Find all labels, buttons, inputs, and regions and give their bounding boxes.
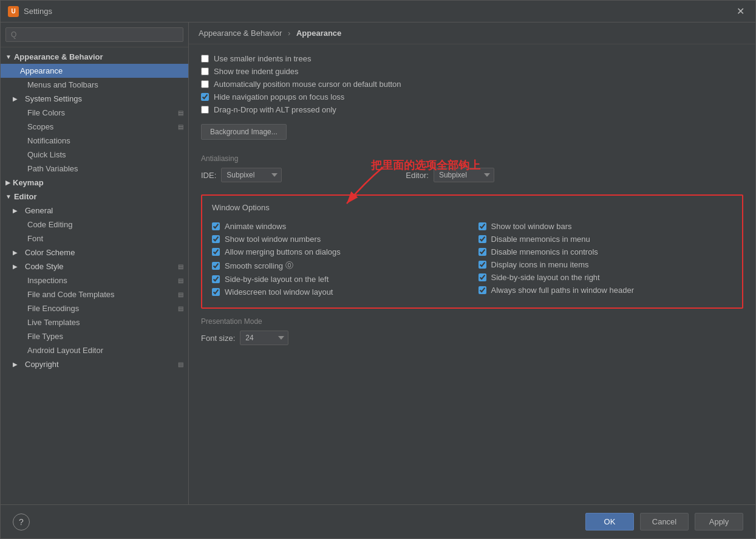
sidebar-item-color-scheme[interactable]: ▶ Color Scheme (1, 245, 188, 259)
checkbox-input[interactable] (212, 288, 220, 296)
checkbox-input[interactable] (478, 273, 486, 281)
checkbox-label: Show tool window numbers (225, 235, 321, 244)
checkbox-label: Smooth scrolling (225, 261, 283, 270)
checkbox-label: Allow merging buttons on dialogs (225, 247, 341, 256)
font-size-select[interactable]: 16 20 24 28 32 (240, 331, 288, 345)
sidebar-item-font[interactable]: Font (1, 232, 188, 245)
sidebar-item-label: Appearance (20, 66, 63, 75)
sidebar-item-scopes[interactable]: Scopes ▤ (1, 120, 188, 134)
sidebar-item-label: Android Layout Editor (27, 346, 103, 355)
sidebar-item-code-editing[interactable]: Code Editing (1, 218, 188, 232)
checkbox-label: Side-by-side layout on the left (225, 275, 329, 284)
background-image-btn[interactable]: Background Image... (201, 124, 287, 140)
sidebar-item-label: Menus and Toolbars (27, 80, 98, 89)
checkbox-input[interactable] (212, 275, 220, 283)
checkbox-disable-mnemonics-menu: Disable mnemonics in menu (478, 235, 733, 244)
sidebar-item-label: Inspections (27, 276, 67, 285)
checkbox-input[interactable] (201, 93, 209, 101)
sidebar-group-label: Keymap (13, 178, 44, 187)
settings-icon: ▤ (178, 123, 183, 130)
sidebar-group-copyright[interactable]: ▶ Copyright ▤ (1, 357, 188, 371)
settings-icon: ▤ (178, 109, 183, 116)
sidebar-item-label: Color Scheme (20, 248, 75, 257)
settings-icon: ▤ (178, 263, 183, 270)
settings-content: Use smaller indents in trees Show tree i… (189, 44, 755, 504)
checkbox-label: Side-by-side layout on the right (491, 273, 600, 282)
sidebar-item-appearance[interactable]: Appearance (1, 64, 188, 78)
checkbox-label: Show tree indent guides (214, 67, 298, 76)
checkbox-hide-navigation-popups: Hide navigation popups on focus loss (201, 92, 743, 101)
sidebar-item-inspections[interactable]: Inspections ▤ (1, 273, 188, 287)
cancel-button[interactable]: Cancel (640, 513, 689, 530)
sidebar-item-quick-lists[interactable]: Quick Lists (1, 148, 188, 162)
sidebar-item-menus-toolbars[interactable]: Menus and Toolbars (1, 78, 188, 92)
sidebar-group-keymap[interactable]: ▶ Keymap (1, 176, 188, 190)
breadcrumb-parent: Appearance & Behavior (199, 29, 282, 38)
sidebar-item-live-templates[interactable]: Live Templates (1, 315, 188, 329)
checkbox-show-tree-indent: Show tree indent guides (201, 67, 743, 76)
close-button[interactable]: ✕ (733, 4, 748, 18)
checkbox-label: Display icons in menu items (491, 260, 589, 269)
sidebar-item-label: File Types (27, 332, 63, 341)
sidebar-item-file-types[interactable]: File Types (1, 329, 188, 343)
checkbox-input[interactable] (478, 235, 486, 243)
checkbox-input[interactable] (478, 248, 486, 256)
ide-antialiasing-select[interactable]: Subpixel Greyscale None (221, 168, 282, 182)
checkbox-input[interactable] (478, 261, 486, 269)
sidebar-item-label: Scopes (27, 122, 53, 131)
sidebar: ▼ Appearance & Behavior Appearance Menus… (1, 22, 189, 504)
sidebar-item-file-encodings[interactable]: File Encodings ▤ (1, 301, 188, 315)
search-input[interactable] (5, 27, 183, 42)
checkbox-allow-merging-buttons: Allow merging buttons on dialogs (212, 247, 466, 256)
sidebar-group-label: Copyright (20, 360, 59, 369)
sidebar-item-notifications[interactable]: Notifications (1, 134, 188, 148)
sidebar-group-label: Editor (14, 192, 37, 201)
help-button[interactable]: ? (13, 513, 30, 530)
window-options-title: Window Options (212, 203, 732, 212)
expand-arrow-icon: ▶ (13, 263, 18, 270)
sidebar-item-file-code-templates[interactable]: File and Code Templates ▤ (1, 287, 188, 301)
sidebar-item-system-settings[interactable]: ▶ System Settings (1, 92, 188, 106)
expand-arrow-icon: ▼ (5, 193, 12, 200)
sidebar-group-editor[interactable]: ▼ Editor (1, 190, 188, 204)
checkbox-input[interactable] (212, 248, 220, 256)
checkbox-input[interactable] (201, 80, 209, 88)
sidebar-item-file-colors[interactable]: File Colors ▤ (1, 106, 188, 120)
ok-button[interactable]: OK (585, 513, 634, 530)
sidebar-item-path-variables[interactable]: Path Variables (1, 162, 188, 176)
checkbox-label: Use smaller indents in trees (214, 54, 311, 63)
checkbox-input[interactable] (212, 222, 220, 230)
checkbox-input[interactable] (212, 235, 220, 243)
checkbox-input[interactable] (212, 262, 220, 270)
checkbox-widescreen-layout: Widescreen tool window layout (212, 287, 466, 297)
sidebar-item-label: File and Code Templates (27, 290, 115, 299)
expand-arrow-icon: ▶ (13, 95, 18, 102)
expand-arrow-icon: ▶ (13, 207, 18, 214)
checkbox-input[interactable] (478, 222, 486, 230)
sidebar-item-code-style[interactable]: ▶ Code Style ▤ (1, 259, 188, 273)
checkbox-label: Always show full paths in window header (491, 286, 635, 295)
sidebar-group-appearance-behavior[interactable]: ▼ Appearance & Behavior (1, 50, 188, 64)
sidebar-item-label: Font (27, 234, 43, 243)
checkbox-label: Show tool window bars (491, 222, 572, 231)
sidebar-item-label: General (20, 206, 53, 215)
apply-button[interactable]: Apply (695, 513, 743, 530)
window-options-container: 把里面的选项全部钩上 Window Options (201, 194, 743, 309)
checkbox-show-tool-window-bars: Show tool window bars (478, 222, 733, 231)
main-content: ▼ Appearance & Behavior Appearance Menus… (1, 22, 755, 504)
sidebar-item-android-layout-editor[interactable]: Android Layout Editor (1, 343, 188, 357)
settings-icon: ▤ (178, 291, 183, 298)
sidebar-item-label: File Colors (27, 108, 65, 117)
background-image-button[interactable]: Background Image... (201, 118, 743, 146)
presentation-mode-label: Presentation Mode (201, 317, 743, 326)
action-buttons: OK Cancel Apply (585, 513, 743, 530)
editor-antialiasing-select[interactable]: Subpixel Greyscale None (434, 168, 494, 182)
checkbox-input[interactable] (201, 67, 209, 75)
checkbox-input[interactable] (201, 55, 209, 63)
checkbox-input[interactable] (201, 106, 209, 114)
sidebar-item-label: Notifications (27, 136, 70, 145)
sidebar-item-general[interactable]: ▶ General (1, 204, 188, 218)
sidebar-item-label: Quick Lists (27, 150, 66, 159)
checkbox-input[interactable] (478, 286, 486, 294)
expand-arrow-icon: ▶ (5, 179, 10, 186)
